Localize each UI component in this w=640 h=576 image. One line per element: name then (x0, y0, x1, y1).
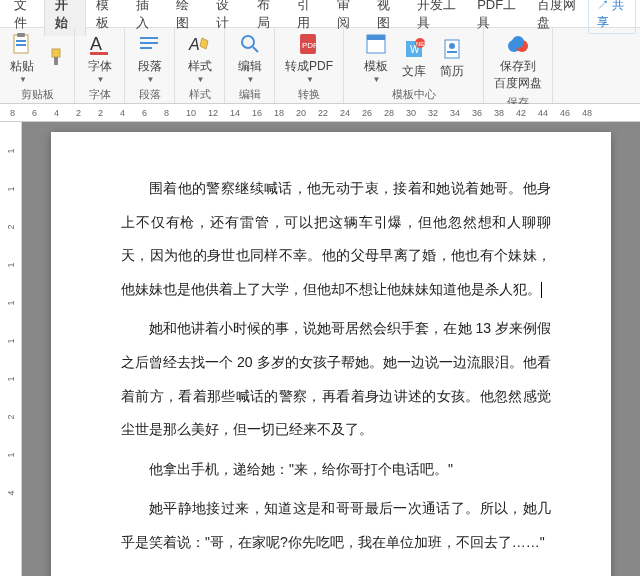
ruler-tick: 4 (120, 108, 125, 118)
ruler-tick: 24 (340, 108, 350, 118)
ruler-tick: 30 (406, 108, 416, 118)
search-icon (238, 32, 262, 56)
svg-rect-3 (16, 44, 26, 46)
paragraph[interactable]: 她和他讲着小时候的事，说她哥居然会织手套，在她 13 岁来例假之后曾经去找一个 … (121, 312, 551, 446)
ruler-tick: 38 (494, 108, 504, 118)
group-template-center: 模板▼ WNEW 文库 简历 模板中心 (344, 28, 484, 103)
ruler-tick: 2 (5, 414, 15, 419)
group-clipboard: 粘贴▼ 剪贴板 (0, 28, 75, 103)
resume-label: 简历 (440, 63, 464, 80)
svg-line-13 (253, 47, 258, 52)
ruler-tick: 46 (560, 108, 570, 118)
svg-text:A: A (188, 36, 200, 53)
ruler-tick: 1 (5, 186, 15, 191)
text: 围着他的警察继续喊话，他无动于衷，接着和她说着她哥。他身上不仅有枪，还有雷管，可… (121, 180, 551, 297)
document-page[interactable]: 围着他的警察继续喊话，他无动于衷，接着和她说着她哥。他身上不仅有枪，还有雷管，可… (51, 132, 611, 576)
ruler-tick: 12 (208, 108, 218, 118)
svg-rect-5 (54, 57, 58, 65)
ruler-tick: 6 (32, 108, 37, 118)
group-label: 字体 (89, 86, 111, 103)
ruler-tick: 48 (582, 108, 592, 118)
cloud-icon (506, 32, 530, 56)
ruler-tick: 22 (318, 108, 328, 118)
library-icon: WNEW (402, 37, 426, 61)
pdf-label: 转成PDF (285, 58, 333, 75)
group-pdf: PDF 转成PDF▼ 转换 (275, 28, 344, 103)
share-button[interactable]: ↗ 共享 (588, 0, 636, 34)
text-cursor (541, 282, 542, 298)
ruler-tick: 20 (296, 108, 306, 118)
library-button[interactable]: WNEW 文库 (396, 35, 432, 82)
horizontal-ruler[interactable]: 8642246810121416182022242628303234363842… (0, 104, 640, 122)
ruler-tick: 1 (5, 338, 15, 343)
template-button[interactable]: 模板▼ (358, 30, 394, 86)
styles-button[interactable]: A 样式▼ (182, 30, 218, 86)
vertical-ruler[interactable]: 1121111214 (0, 122, 22, 576)
svg-rect-2 (16, 40, 26, 42)
format-painter-button[interactable] (42, 43, 70, 73)
group-paragraph: 段落▼ 段落 (125, 28, 175, 103)
svg-text:A: A (90, 34, 102, 54)
page-scroll-area[interactable]: 围着他的警察继续喊话，他无动于衷，接着和她说着她哥。他身上不仅有枪，还有雷管，可… (22, 122, 640, 576)
para-label: 段落 (138, 58, 162, 75)
paste-label: 粘贴 (10, 58, 34, 75)
svg-point-12 (242, 36, 254, 48)
brush-icon (44, 45, 68, 69)
pdf-button[interactable]: PDF 转成PDF▼ (279, 30, 339, 86)
group-font: A 字体▼ 字体 (75, 28, 125, 103)
ruler-tick: 8 (164, 108, 169, 118)
tmpl-label: 模板 (364, 58, 388, 75)
ruler-tick: 16 (252, 108, 262, 118)
paste-button[interactable]: 粘贴▼ (4, 30, 40, 86)
ruler-tick: 4 (5, 490, 15, 495)
group-label: 样式 (189, 86, 211, 103)
share-label: 共享 (597, 0, 624, 29)
ruler-tick: 2 (76, 108, 81, 118)
paragraph[interactable]: 围着他的警察继续喊话，他无动于衷，接着和她说着她哥。他身上不仅有枪，还有雷管，可… (121, 172, 551, 306)
svg-rect-1 (17, 33, 25, 37)
ruler-tick: 42 (516, 108, 526, 118)
ruler-tick: 4 (54, 108, 59, 118)
ruler-tick: 1 (5, 262, 15, 267)
svg-text:NEW: NEW (416, 41, 425, 47)
font-label: 字体 (88, 58, 112, 75)
save-label2: 百度网盘 (494, 75, 542, 92)
font-button[interactable]: A 字体▼ (82, 30, 118, 86)
lib-label: 文库 (402, 63, 426, 80)
group-label: 剪贴板 (21, 86, 54, 103)
paragraph[interactable]: 他拿出手机，递给她："来，给你哥打个电话吧。" (121, 453, 551, 487)
group-label: 编辑 (239, 86, 261, 103)
edit-button[interactable]: 编辑▼ (232, 30, 268, 86)
save-cloud-button[interactable]: 保存到 百度网盘 (488, 30, 548, 94)
ruler-tick: 32 (428, 108, 438, 118)
ruler-tick: 14 (230, 108, 240, 118)
svg-rect-24 (447, 51, 457, 53)
group-styles: A 样式▼ 样式 (175, 28, 225, 103)
ruler-tick: 2 (98, 108, 103, 118)
pdf-icon: PDF (297, 32, 321, 56)
ruler-tick: 34 (450, 108, 460, 118)
ruler-tick: 36 (472, 108, 482, 118)
svg-rect-4 (52, 49, 60, 57)
menu-bar: 文件 开始 模板 插入 绘图 设计 布局 引用 审阅 视图 开发工具 PDF工具… (0, 0, 640, 28)
paragraph[interactable]: 她平静地接过来，知道这是和哥哥最后一次通话了。所以，她几乎是笑着说："哥，在家呢… (121, 492, 551, 559)
paragraph-icon (138, 32, 162, 56)
styles-icon: A (188, 32, 212, 56)
ruler-tick: 1 (5, 148, 15, 153)
group-label: 模板中心 (392, 86, 436, 103)
svg-point-27 (512, 36, 524, 48)
workspace: 1121111214 围着他的警察继续喊话，他无动于衷，接着和她说着她哥。他身上… (0, 122, 640, 576)
ruler-tick: 8 (10, 108, 15, 118)
save-label1: 保存到 (500, 58, 536, 75)
paragraph-button[interactable]: 段落▼ (132, 30, 168, 86)
ribbon: 粘贴▼ 剪贴板 A 字体▼ 字体 段落▼ 段落 A (0, 28, 640, 104)
group-label: 段落 (139, 86, 161, 103)
resume-button[interactable]: 简历 (434, 35, 470, 82)
clipboard-icon (10, 32, 34, 56)
ruler-tick: 1 (5, 300, 15, 305)
font-icon: A (88, 32, 112, 56)
ruler-tick: 44 (538, 108, 548, 118)
group-edit: 编辑▼ 编辑 (225, 28, 275, 103)
styles-label: 样式 (188, 58, 212, 75)
ruler-tick: 1 (5, 376, 15, 381)
